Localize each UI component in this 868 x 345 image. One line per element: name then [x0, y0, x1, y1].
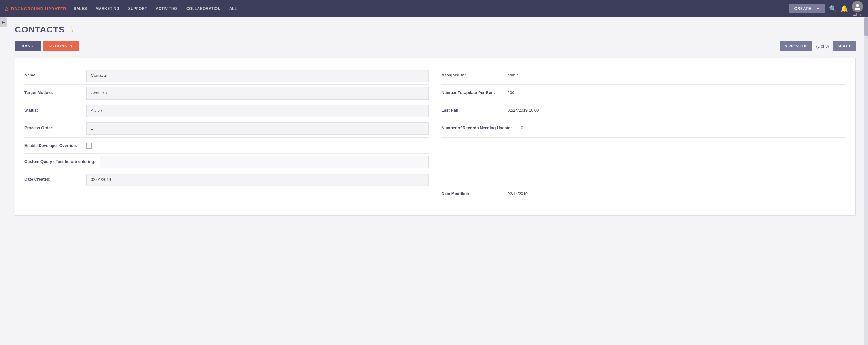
basic-button[interactable]: BASIC	[15, 41, 41, 51]
nav-support[interactable]: SUPPORT	[128, 6, 147, 11]
field-row-status: Status: Active	[24, 102, 429, 120]
status-value: Active	[86, 105, 429, 117]
nav-right: CREATE ▼ 🔍 🔔 admin	[789, 1, 863, 17]
create-label: CREATE	[795, 6, 811, 11]
nav-activities[interactable]: ACTIVITIES	[156, 6, 178, 11]
process-order-value: 1	[86, 122, 429, 135]
top-navigation: ⌂ BACKGROUND UPDATER SALES MARKETING SUP…	[0, 0, 868, 17]
field-row-date-modified: Date Modified: 02/14/2019	[441, 186, 846, 203]
nav-collaboration[interactable]: COLLABORATION	[186, 6, 221, 11]
right-column: Assigned to: admin Number To Update Per …	[435, 67, 846, 203]
last-ran-value: 02/14/2019 10:00	[503, 105, 846, 117]
next-button[interactable]: NEXT >	[833, 41, 856, 51]
field-row-records-needing-update: Number of Records Needing Update: 0	[441, 120, 846, 137]
previous-button[interactable]: < PREVIOUS	[780, 41, 812, 51]
name-value: Contacts	[86, 69, 429, 82]
action-bar: BASIC ACTIONS ▼ < PREVIOUS (1 of 3) NEXT…	[15, 41, 856, 51]
field-row-custom-query: Custom Query - Test before entering:	[24, 154, 429, 171]
actions-button[interactable]: ACTIONS ▼	[43, 41, 79, 51]
status-label: Status:	[24, 105, 86, 116]
field-row-number-to-update: Number To Update Per Run: 200	[441, 85, 846, 102]
assigned-to-value: admin	[503, 69, 846, 82]
nav-links: SALES MARKETING SUPPORT ACTIVITIES COLLA…	[74, 6, 789, 11]
action-bar-left: BASIC ACTIONS ▼	[15, 41, 79, 51]
process-order-label: Process Order:	[24, 122, 86, 133]
scrollbar-thumb[interactable]	[864, 17, 868, 36]
create-dropdown-arrow[interactable]: ▼	[814, 7, 820, 10]
field-row-assigned-to: Assigned to: admin	[441, 67, 846, 85]
brand[interactable]: ⌂ BACKGROUND UPDATER	[5, 6, 66, 12]
svg-point-1	[855, 8, 860, 10]
create-button[interactable]: CREATE ▼	[789, 4, 825, 13]
actions-label: ACTIONS	[48, 44, 67, 48]
sidebar-toggle[interactable]: ▶	[0, 17, 7, 27]
avatar[interactable]	[852, 1, 863, 12]
svg-point-0	[856, 4, 859, 7]
scrollbar[interactable]	[864, 17, 868, 345]
number-to-update-label: Number To Update Per Run:	[441, 87, 503, 98]
field-row-target-module: Target Module: Contacts	[24, 85, 429, 102]
target-module-value: Contacts	[86, 87, 429, 99]
brand-label: BACKGROUND UPDATER	[11, 6, 66, 11]
date-created-label: Date Created:	[24, 174, 86, 185]
assigned-to-label: Assigned to:	[441, 69, 503, 81]
notifications-icon[interactable]: 🔔	[840, 5, 848, 12]
field-row-developer-override: Enable Developer Override:	[24, 137, 429, 154]
records-needing-update-label: Number of Records Needing Update:	[441, 122, 517, 133]
developer-override-label: Enable Developer Override:	[24, 140, 86, 151]
field-row-last-ran: Last Ran: 02/14/2019 10:00	[441, 102, 846, 120]
name-label: Name:	[24, 69, 86, 81]
admin-label: admin	[853, 13, 862, 17]
search-icon[interactable]: 🔍	[829, 5, 837, 12]
custom-query-value	[100, 156, 429, 168]
field-row-process-order: Process Order: 1	[24, 120, 429, 137]
nav-marketing[interactable]: MARKETING	[95, 6, 119, 11]
developer-override-checkbox[interactable]	[86, 143, 92, 149]
nav-sales[interactable]: SALES	[74, 6, 87, 11]
page-title-row: CONTACTS ☆	[15, 25, 856, 35]
nav-all[interactable]: ALL	[229, 6, 237, 11]
main-content: CONTACTS ☆ BASIC ACTIONS ▼ < PREVIOUS (1…	[0, 17, 868, 345]
custom-query-label: Custom Query - Test before entering:	[24, 156, 100, 167]
user-menu[interactable]: admin	[852, 1, 863, 17]
field-row-date-created: Date Created: 02/01/2019	[24, 171, 429, 189]
sidebar-toggle-icon: ▶	[2, 20, 5, 24]
target-module-label: Target Module:	[24, 87, 86, 98]
actions-arrow-icon: ▼	[69, 44, 73, 48]
number-to-update-value: 200	[503, 87, 846, 99]
pagination-text: (1 of 3)	[816, 44, 829, 49]
records-needing-update-value: 0	[517, 122, 846, 135]
detail-grid: Name: Contacts Target Module: Contacts S…	[24, 67, 846, 203]
field-row-name: Name: Contacts	[24, 67, 429, 85]
last-ran-label: Last Ran:	[441, 105, 503, 116]
favorite-star-icon[interactable]: ☆	[68, 26, 74, 34]
date-modified-label: Date Modified:	[441, 188, 503, 199]
date-modified-value: 02/14/2019	[503, 188, 846, 200]
detail-card: Name: Contacts Target Module: Contacts S…	[15, 58, 856, 216]
home-icon[interactable]: ⌂	[5, 6, 9, 12]
date-created-value: 02/01/2019	[86, 174, 429, 186]
action-bar-right: < PREVIOUS (1 of 3) NEXT >	[780, 41, 856, 51]
page-title: CONTACTS	[15, 25, 65, 35]
left-column: Name: Contacts Target Module: Contacts S…	[24, 67, 435, 203]
